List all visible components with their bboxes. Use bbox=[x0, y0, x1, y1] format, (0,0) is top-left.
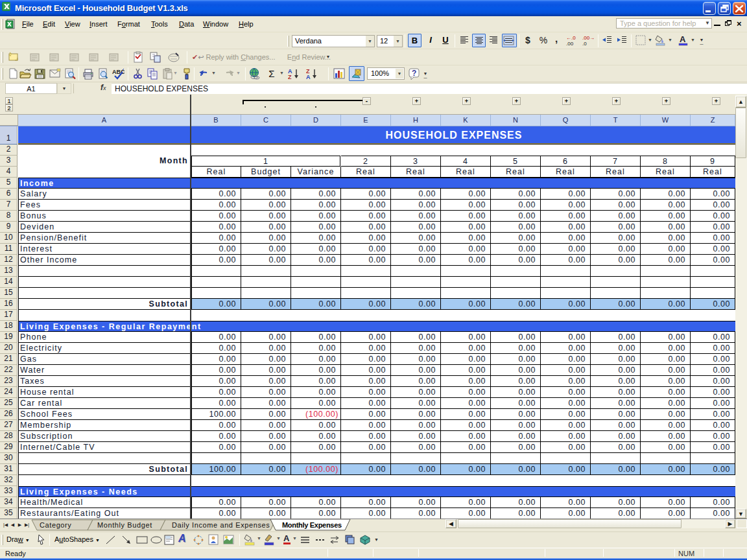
svg-text:←.0: ←.0 bbox=[566, 35, 576, 41]
svg-text:A: A bbox=[680, 34, 686, 44]
svg-text:Z: Z bbox=[288, 74, 292, 80]
svg-text:?: ? bbox=[412, 69, 416, 78]
svg-text:Monthly Budget: Monthly Budget bbox=[97, 521, 152, 529]
svg-text:Daily Income and Expenses: Daily Income and Expenses bbox=[172, 521, 270, 529]
svg-text:A: A bbox=[306, 74, 311, 80]
svg-text:Category: Category bbox=[40, 521, 71, 529]
svg-text:Monthly Expenses: Monthly Expenses bbox=[282, 521, 342, 529]
svg-text:.00: .00 bbox=[566, 41, 574, 47]
svg-text:.0: .0 bbox=[582, 41, 587, 47]
svg-text:.00→: .00→ bbox=[582, 35, 595, 41]
